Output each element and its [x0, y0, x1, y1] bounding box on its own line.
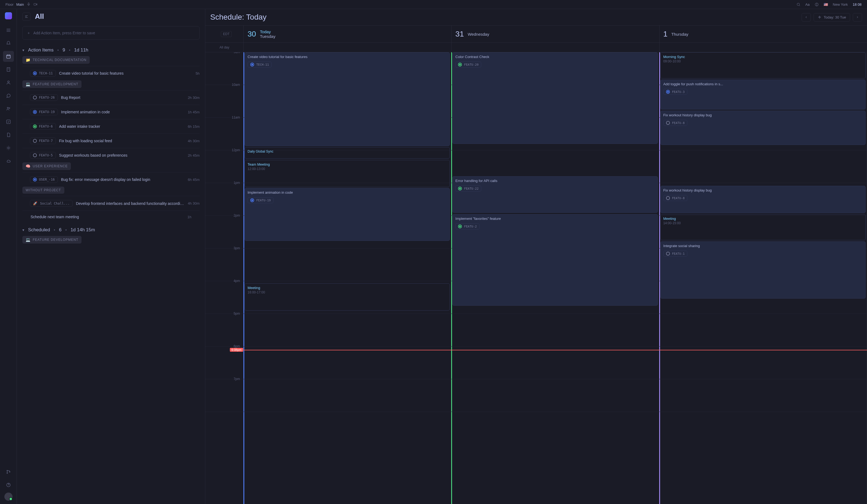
nav-help-icon[interactable] — [3, 480, 14, 490]
group-name: WITHOUT PROJECT — [25, 188, 61, 192]
event-id-chip[interactable]: FEATU-20 — [455, 62, 481, 68]
task-row[interactable]: FEATU-6 Add water intake tracker 6h 15m — [22, 119, 200, 133]
event-id-chip[interactable]: FEATU-3 — [663, 89, 687, 95]
hour-label: 1pm — [234, 181, 240, 185]
group-chip[interactable]: WITHOUT PROJECT — [22, 187, 64, 194]
contrast-icon[interactable] — [815, 2, 819, 7]
group-chip[interactable]: 📁TECHNICAL DOCUMENTATION — [22, 56, 90, 64]
task-id-chip[interactable]: FEATU-6 — [30, 123, 56, 130]
group-chip[interactable]: 💻FEATURE DEVELOPMENT — [22, 80, 82, 88]
text-size-toggle[interactable]: Aa — [805, 2, 810, 7]
mic-icon[interactable] — [27, 2, 31, 6]
day-number: 31 — [455, 30, 464, 39]
task-id-chip[interactable]: FEATU-7 — [30, 138, 56, 144]
event-id-chip[interactable]: FEATU-22 — [455, 186, 481, 191]
task-id-chip[interactable]: USER_-16 — [30, 176, 58, 183]
task-row[interactable]: 🚀Social Chall... Develop frontend interf… — [22, 196, 200, 211]
task-id-chip[interactable]: FEATU-19 — [30, 109, 58, 115]
calendar-event[interactable]: Error handling for API callsFEATU-22 — [452, 176, 657, 213]
event-id-chip[interactable]: FEATU-19 — [248, 197, 274, 203]
calendar-event[interactable]: Fix workout history display bugFEATU-8 — [660, 111, 866, 145]
video-icon[interactable] — [33, 2, 38, 6]
calendar-event[interactable]: Morning Sync09:00-10:00 — [660, 52, 866, 78]
event-id-chip[interactable]: FEATU-8 — [663, 120, 687, 126]
timezone-badge[interactable]: EDT — [221, 31, 232, 37]
chevron-down-icon: ▾ — [22, 228, 24, 232]
search-icon[interactable] — [796, 2, 801, 7]
event-title: Implement "favorites" feature — [455, 217, 655, 221]
nav-building-icon[interactable] — [3, 64, 14, 75]
plus-icon: + — [28, 31, 30, 35]
event-col-3[interactable]: Morning Sync09:00-10:00Add toggle for pu… — [659, 52, 867, 504]
day-col[interactable]: 31 Wednesday — [451, 25, 659, 43]
task-row[interactable]: USER_-16 Bug fix: error message doesn't … — [22, 172, 200, 187]
task-row[interactable]: FEATU-19 Implement animation in code 1h … — [22, 105, 200, 119]
nav-sun-icon[interactable] — [3, 142, 14, 153]
task-row[interactable]: FEATU-5 Suggest workouts based on prefer… — [22, 148, 200, 162]
nav-git-icon[interactable] — [3, 467, 14, 477]
nav-chat-icon[interactable] — [3, 90, 14, 101]
event-id-chip[interactable]: FEATU-8 — [663, 195, 687, 201]
nav-people-icon[interactable] — [3, 103, 14, 114]
task-duration: 2h 30m — [188, 96, 200, 100]
locale-flag[interactable]: 🇺🇸 — [824, 2, 828, 7]
day-col-today[interactable]: 30 Today Tuesday — [244, 25, 451, 43]
day-col[interactable]: 1 Thursday — [659, 25, 867, 43]
svg-point-13 — [9, 472, 10, 472]
event-title: Create video tutorial for basic features — [248, 55, 447, 59]
status-icon — [666, 121, 670, 125]
task-id-chip[interactable]: 🚀Social Chall... — [30, 200, 73, 207]
prev-button[interactable] — [802, 13, 811, 22]
app-logo[interactable] — [5, 12, 12, 19]
event-id-chip[interactable]: FEATU-1 — [663, 251, 687, 256]
event-title: Meeting — [248, 286, 447, 290]
event-col-1[interactable]: Create video tutorial for basic features… — [244, 52, 451, 504]
nav-doc-icon[interactable] — [3, 129, 14, 140]
nav-calendar-icon[interactable] — [3, 51, 14, 62]
nav-menu-icon[interactable] — [3, 25, 14, 36]
task-row[interactable]: FEATU-26 Bug Report 2h 30m — [22, 90, 200, 105]
calendar-event[interactable]: Add toggle for push notifications in s..… — [660, 79, 866, 110]
event-id-chip[interactable]: TECH-11 — [248, 62, 271, 68]
calendar-event[interactable]: Implement animation in codeFEATU-19 — [245, 188, 450, 241]
chevron-down-icon: ▾ — [22, 48, 24, 52]
app-sidebar — [0, 9, 17, 504]
section-count: 9 — [62, 47, 65, 53]
status-icon — [33, 139, 37, 143]
status-icon — [250, 63, 254, 66]
event-id: FEATU-1 — [672, 252, 685, 255]
task-id-chip[interactable]: TECH-11 — [30, 70, 56, 77]
calendar-event[interactable]: Implement "favorites" featureFEATU-2 — [452, 214, 657, 306]
task-id-chip[interactable]: FEATU-26 — [30, 94, 58, 101]
task-id-chip[interactable]: FEATU-5 — [30, 152, 56, 158]
nav-cloud-icon[interactable] — [3, 155, 14, 166]
calendar-event[interactable]: Create video tutorial for basic features… — [245, 52, 450, 146]
clock: 18 08 — [853, 2, 861, 7]
calendar-event[interactable]: Daily Global Sync — [245, 147, 450, 158]
task-row[interactable]: TECH-11 Create video tutorial for basic … — [22, 66, 200, 80]
svg-point-2 — [797, 3, 799, 6]
group-chip[interactable]: 💻FEATURE DEVELOPMENT — [22, 236, 82, 243]
add-action-input[interactable]: + Add Action Item, press Enter to save — [22, 26, 200, 40]
next-button[interactable] — [853, 13, 862, 22]
calendar-event[interactable]: Color Contrast CheckFEATU-20 — [452, 52, 657, 144]
group-chip[interactable]: 🧠USER EXPERIENCE — [22, 162, 71, 170]
task-row[interactable]: FEATU-7 Fix bug with loading social feed… — [22, 133, 200, 148]
calendar-event[interactable]: Integrate social sharingFEATU-1 — [660, 241, 866, 299]
calendar-event[interactable]: Meeting14:00-15:00 — [660, 214, 866, 240]
event-col-2[interactable]: Color Contrast CheckFEATU-20Error handli… — [451, 52, 659, 504]
calendar-event[interactable]: Fix workout history display bugFEATU-8 — [660, 186, 866, 213]
event-id-chip[interactable]: FEATU-2 — [455, 223, 479, 229]
user-avatar[interactable] — [4, 493, 12, 501]
nav-user-icon[interactable] — [3, 77, 14, 88]
calendar-event[interactable]: Team Meeting12:00-13:00 — [245, 160, 450, 187]
calendar-event[interactable]: Meeting16:00-17:00 — [245, 283, 450, 310]
nav-bell-icon[interactable] — [3, 38, 14, 49]
today-button[interactable]: Today: 30 Tue — [814, 13, 850, 22]
section-scheduled[interactable]: ▾ Scheduled • 6 • 1d 14h 15m — [22, 227, 200, 233]
hour-label: 4pm — [234, 279, 240, 283]
panel-toggle-button[interactable] — [22, 12, 31, 21]
nav-check-icon[interactable] — [3, 116, 14, 127]
task-row[interactable]: Schedule next team meeting1h — [22, 211, 200, 223]
section-action-items[interactable]: ▾ Action Items • 9 • 1d 11h — [22, 47, 200, 53]
